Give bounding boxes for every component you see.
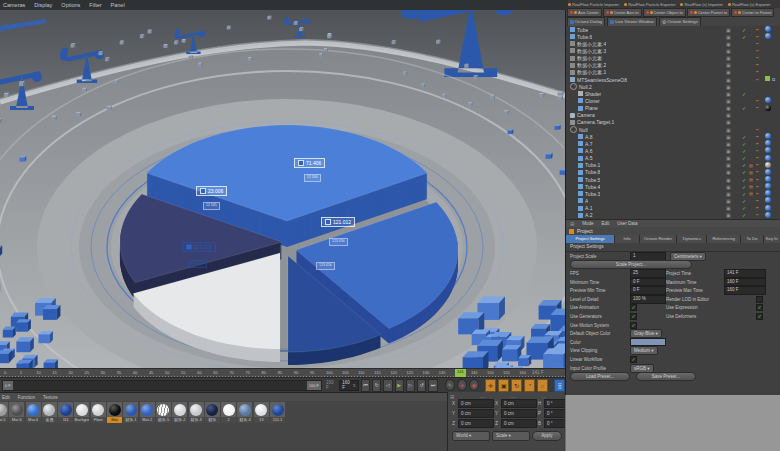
object-row[interactable]: A.6▣∶✓▪▪ [566,147,780,154]
visibility-toggle[interactable]: ▣ [726,212,731,219]
object-row[interactable]: 数据小元素.1▣∶▪▪ [566,69,780,76]
visibility-toggle[interactable]: ▣ [726,197,731,204]
record-key-button[interactable]: ⊕ [457,379,467,391]
coords-value-field[interactable]: 0 cm [501,399,537,408]
axis-toolbar-button[interactable]: Center Axis to [603,8,642,17]
object-row[interactable]: Tube.8▣∶✓▤▪▪ [566,169,780,176]
keyframe-dots[interactable]: ▪▪ [756,212,758,219]
keyframe-dots[interactable]: ▪▪ [756,155,758,162]
visibility-toggle[interactable]: ▣ [726,76,731,83]
film-tag-icon[interactable]: ▤ [749,162,753,169]
material-ball[interactable] [765,205,771,211]
film-tag-icon[interactable]: ▤ [749,176,753,183]
key-scale-toggle[interactable]: ▣ [498,379,509,392]
attribute-checkbox[interactable]: ✓ [630,313,637,320]
object-row[interactable]: A.8▣∶✓▪▪ [566,133,780,140]
attribute-field-2[interactable]: 141 F [724,269,766,278]
object-row[interactable]: 数据小元素.2▣∶▪▪ [566,62,780,69]
film-tag-icon[interactable]: ▤ [749,190,753,197]
editor-render-dots[interactable]: ∶ [735,69,736,76]
enabled-check[interactable]: ✓ [742,90,746,97]
editor-render-dots[interactable]: ∶ [735,162,736,169]
keyframe-dots[interactable]: ▪▪ [756,55,758,62]
play-backwards-button[interactable]: ↻ [372,379,381,392]
enabled-check[interactable]: ✓ [742,133,746,140]
object-row[interactable]: Shader▣∶✓ [566,90,780,97]
object-row[interactable]: Cloner▣∶▪▪ [566,97,780,104]
attribute-field-2[interactable]: 160 F [724,278,766,287]
material-item[interactable]: 材质.1 [123,402,138,423]
material-menu-function[interactable]: Function [18,395,35,400]
object-row[interactable]: Camera.Target.1▣∶ [566,119,780,126]
material-item[interactable]: 13 [254,402,269,423]
viewport-menu-item-cameras[interactable]: Cameras [3,2,25,8]
keyframe-dots[interactable]: ▪▪ [756,47,758,54]
visibility-toggle[interactable]: ▣ [726,147,731,154]
material-item[interactable]: 2 [221,402,236,423]
visibility-toggle[interactable]: ▣ [726,97,731,104]
visibility-toggle[interactable]: ▣ [726,112,731,119]
keyframe-dots[interactable]: ▪▪ [756,126,758,133]
axis-toolbar-button[interactable]: Center Parent to [687,8,730,17]
editor-render-dots[interactable]: ∶ [735,147,736,154]
material-item[interactable]: 材质.3 [189,402,204,423]
axis-toolbar-button[interactable]: Center Object to [643,8,686,17]
material-item[interactable]: 111 [58,402,73,423]
spinner-arrows-icon[interactable]: ⇅ [353,383,356,388]
object-manager[interactable]: Tube▣∶✓▪▪Tube.6▣∶✓▪▪数据小元素.4▣∶▪▪数据小元素.3▣∶… [566,26,780,219]
keyframe-dots[interactable]: ▪▪ [756,105,758,112]
apply-button[interactable]: Apply [532,431,562,441]
enabled-check[interactable]: ✓ [742,183,746,190]
material-ball[interactable] [765,140,771,146]
save-preset----button[interactable]: Save Preset... [636,372,696,381]
material-ball[interactable] [765,176,771,182]
coords-value-field[interactable]: 0 cm [458,399,494,408]
object-row[interactable]: Tube.3▣∶✓▤▪▪ [566,190,780,197]
material-item[interactable]: Mat [107,402,122,423]
editor-render-dots[interactable]: ∶ [735,47,736,54]
object-row[interactable]: A.5▣∶✓▪▪ [566,155,780,162]
editor-render-dots[interactable]: ∶ [735,97,736,104]
material-ball[interactable] [765,190,771,196]
visibility-toggle[interactable]: ▣ [726,40,731,47]
attribute-field[interactable]: 100 % [630,295,666,304]
visibility-toggle[interactable]: ▣ [726,133,731,140]
tab-project-settings[interactable]: Project Settings [566,235,615,243]
visibility-toggle[interactable]: ▣ [726,69,731,76]
editor-render-dots[interactable]: ∶ [735,183,736,190]
node-icon[interactable]: ⧉ [772,76,775,83]
tab-key-in[interactable]: Key In [764,235,780,243]
material-ball[interactable] [765,155,771,161]
enabled-check[interactable]: ✓ [742,33,746,40]
tab-octane-render[interactable]: Octane Render [640,235,678,243]
editor-render-dots[interactable]: ∶ [735,112,736,119]
tab-to-do[interactable]: To Do [741,235,763,243]
tab-info[interactable]: Info [615,235,639,243]
material-item[interactable]: Mat.4 [26,402,41,423]
keyframe-dots[interactable]: ▪▪ [756,190,758,197]
mode-bar-edit[interactable]: Edit [601,221,609,226]
load-preset----button[interactable]: Load Preset... [570,372,630,381]
end-frame-field[interactable]: 160 F⇅ [339,380,359,391]
editor-render-dots[interactable]: ∶ [735,133,736,140]
keyframe-dots[interactable]: ▪▪ [756,205,758,212]
preview-range-slider[interactable]: 0 F160 F [2,380,322,391]
enabled-check[interactable]: ✓ [742,147,746,154]
keyframe-dots[interactable]: ▪▪ [756,69,758,76]
object-row[interactable]: Camera▣∶ [566,112,780,119]
keyframe-dots[interactable]: ▪▪ [756,97,758,104]
plugin-toolbar-button[interactable]: RealFlow Particle Exporter [624,2,675,7]
visibility-toggle[interactable]: ▣ [726,55,731,62]
keyframe-dots[interactable]: ▪▪ [756,33,758,40]
plugin-toolbar-button[interactable]: RealFlow (s) Exporter [728,2,771,7]
object-row[interactable]: Tube.1▣∶✓▤▪▪ [566,162,780,169]
color-swatch[interactable] [630,338,666,346]
key-pla-toggle[interactable]: ⁙ [537,379,548,392]
layer-color-chip[interactable] [765,76,770,81]
viewport-menu-item-panel[interactable]: Panel [111,2,125,8]
editor-render-dots[interactable]: ∶ [735,140,736,147]
material-ball[interactable] [765,162,771,168]
key-position-toggle[interactable]: ✛ [485,379,496,392]
keyframe-dots[interactable]: ▪▪ [756,40,758,47]
editor-render-dots[interactable]: ∶ [735,176,736,183]
